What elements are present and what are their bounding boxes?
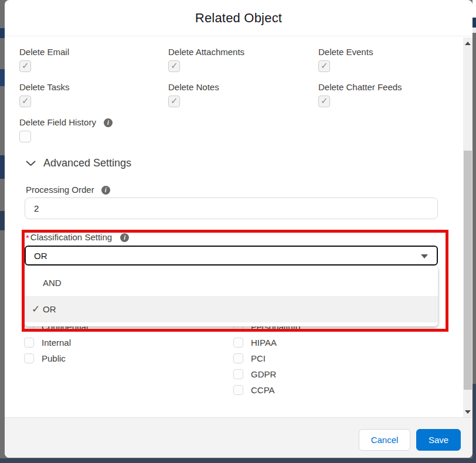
background-navband-1 — [0, 28, 5, 38]
triangle-down-icon — [465, 410, 471, 414]
scrollbar-thumb[interactable] — [464, 151, 472, 390]
background-navband-4 — [0, 211, 5, 230]
gdpr-label: GDPR — [251, 369, 276, 379]
classification-setting-label: Classification Setting — [30, 232, 112, 243]
hipaa-checkbox[interactable] — [233, 338, 243, 348]
option-or[interactable]: ✓ OR — [25, 296, 438, 322]
option-label: OR — [43, 304, 56, 314]
info-icon[interactable]: i — [101, 186, 110, 195]
delete-field-history-checkbox[interactable] — [19, 131, 31, 142]
background-navband-2 — [0, 69, 5, 86]
field-delete-chatter-feeds: Delete Chatter Feeds ✓ — [318, 82, 402, 110]
field-delete-attachments: Delete Attachments ✓ — [168, 47, 244, 74]
delete-field-history-label: Delete Field History — [19, 117, 96, 128]
pci-checkbox[interactable] — [233, 353, 243, 363]
classification-level-hipaa: HIPAA — [233, 338, 277, 348]
public-checkbox[interactable] — [24, 353, 34, 363]
field-delete-tasks: Delete Tasks ✓ — [19, 82, 70, 110]
classification-setting-listbox: AND ✓ OR — [25, 266, 438, 326]
classification-setting-combobox[interactable]: OR — [25, 246, 438, 265]
background-right-lightband — [472, 28, 476, 33]
background-right-darkband — [472, 384, 476, 463]
triangle-up-icon — [465, 42, 471, 45]
modal-footer: Cancel Save — [5, 417, 472, 458]
delete-chatter-feeds-label: Delete Chatter Feeds — [318, 82, 402, 93]
checkmark-icon: ✓ — [171, 60, 178, 71]
delete-attachments-checkbox[interactable]: ✓ — [168, 60, 180, 72]
field-delete-email: Delete Email ✓ — [19, 47, 69, 74]
delete-chatter-feeds-checkbox[interactable]: ✓ — [318, 96, 330, 107]
checkmark-icon: ✓ — [22, 96, 29, 106]
public-label: Public — [42, 353, 66, 363]
delete-events-label: Delete Events — [318, 47, 373, 57]
background-right-white — [472, 0, 476, 18]
combobox-value: OR — [26, 251, 47, 261]
classification-setting-label-row: * Classification Setting i — [26, 232, 129, 243]
classification-level-gdpr: GDPR — [233, 369, 276, 379]
processing-order-label-row: Processing Order i — [26, 185, 110, 195]
option-and[interactable]: AND — [25, 270, 438, 296]
scroll-down-button[interactable] — [463, 407, 472, 416]
delete-notes-checkbox[interactable]: ✓ — [168, 96, 180, 107]
delete-attachments-label: Delete Attachments — [168, 47, 244, 57]
classification-level-pci: PCI — [233, 353, 266, 363]
classification-level-internal: Internal — [24, 338, 71, 348]
processing-order-input[interactable] — [25, 198, 438, 219]
delete-tasks-label: Delete Tasks — [19, 82, 70, 93]
background-navband-3 — [0, 155, 5, 179]
classification-level-ccpa: CCPA — [233, 385, 275, 395]
checkmark-icon: ✓ — [32, 303, 43, 315]
background-right-navband — [472, 18, 476, 28]
info-icon[interactable]: i — [104, 118, 113, 127]
processing-order-label: Processing Order — [26, 185, 94, 195]
modal-title: Related Object — [195, 11, 282, 26]
ccpa-label: CCPA — [251, 385, 275, 395]
required-asterisk: * — [26, 233, 29, 243]
scroll-up-button[interactable] — [463, 39, 472, 47]
save-button[interactable]: Save — [416, 429, 461, 451]
internal-label: Internal — [42, 338, 71, 348]
delete-tasks-checkbox[interactable]: ✓ — [19, 96, 31, 107]
checkmark-icon: ✓ — [22, 60, 29, 71]
checkmark-icon: ✓ — [321, 60, 328, 71]
field-delete-field-history: Delete Field History i — [19, 117, 113, 145]
field-delete-notes: Delete Notes ✓ — [168, 82, 219, 110]
checkmark-icon: ✓ — [321, 96, 328, 106]
related-object-modal: Related Object Delete Email ✓ Delete Att… — [5, 0, 472, 458]
field-delete-events: Delete Events ✓ — [318, 47, 373, 74]
delete-notes-label: Delete Notes — [168, 82, 219, 93]
chevron-down-icon — [26, 161, 36, 166]
option-label: AND — [43, 278, 62, 288]
info-icon[interactable]: i — [120, 233, 129, 242]
gdpr-checkbox[interactable] — [233, 369, 243, 379]
classification-level-public: Public — [24, 353, 66, 363]
cancel-button[interactable]: Cancel — [359, 429, 410, 451]
advanced-settings-toggle[interactable]: Advanced Settings — [26, 157, 131, 169]
ccpa-checkbox[interactable] — [233, 385, 243, 395]
checkmark-icon: ✓ — [171, 96, 178, 106]
background-bottom-strip — [0, 458, 476, 463]
internal-checkbox[interactable] — [24, 338, 34, 348]
vertical-scrollbar[interactable] — [463, 38, 472, 417]
delete-email-label: Delete Email — [19, 47, 69, 57]
dropdown-arrow-icon — [421, 254, 428, 258]
hipaa-label: HIPAA — [251, 338, 277, 348]
pci-label: PCI — [251, 353, 266, 363]
advanced-settings-heading: Advanced Settings — [43, 157, 131, 169]
delete-email-checkbox[interactable]: ✓ — [19, 60, 31, 72]
delete-events-checkbox[interactable]: ✓ — [318, 60, 330, 72]
modal-header: Related Object — [5, 0, 472, 36]
